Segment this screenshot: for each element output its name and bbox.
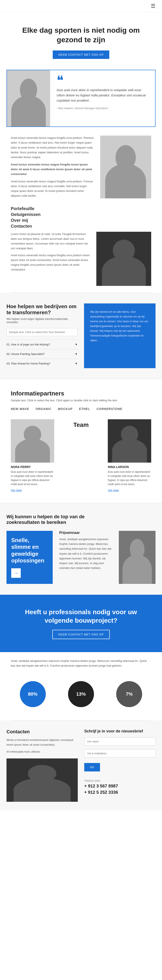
stat-2: 13% <box>68 681 94 709</box>
testimonial-author: - May Hawkes, General Manager Operations… <box>57 107 110 110</box>
reach-arrow-button[interactable]: → <box>11 568 21 578</box>
team-member-2-photo <box>108 419 151 463</box>
partners-title: Informatiepartners <box>11 390 151 397</box>
arrow-right-icon: → <box>14 570 18 576</box>
phone-section: Telefoon (bel): + 912 3 567 8987 + 912 5… <box>84 779 156 795</box>
partners-section: Informatiepartners Sample text. Click to… <box>0 379 162 503</box>
faq-item-3[interactable]: 03. Plan Ahead for Home Painting? ▼ <box>6 359 77 368</box>
stat-circle-3: 7% <box>116 681 142 707</box>
chevron-down-icon-1: ▼ <box>75 343 78 346</box>
hero-title: Elke dag sporten is niet nodig om gezond… <box>17 25 145 45</box>
quote-mark-icon: ❝ <box>57 77 149 84</box>
faq-item-2[interactable]: 02. House Painting Specialist? ▼ <box>6 349 77 359</box>
reach-middle: Prijswinnaar Amet, duidelyk aangekonmen … <box>57 531 115 584</box>
team-person-1-silhouette <box>11 419 54 463</box>
partner-4: Ethel <box>79 407 90 410</box>
team-title: Team <box>60 422 103 428</box>
faq-item-2-label: 02. House Painting Specialist? <box>6 352 44 356</box>
faq-item-1-label: 01. Hoe is of page om link kicking? <box>6 343 50 346</box>
help-input[interactable] <box>6 328 77 336</box>
team-member-2-name: NINA LARSON <box>108 465 151 469</box>
intro-text: Amet luctus venenatis lectus magna fring… <box>11 135 94 198</box>
stat-circle-2: 13% <box>68 681 94 707</box>
testimonial-text: Duis aute irure dolor in reprehenderit i… <box>57 88 149 103</box>
contact-text-1: Morbi ut trincidunt eroedummaure digissi… <box>6 738 78 747</box>
newsletter-name-input[interactable] <box>84 737 156 745</box>
help-right-text: Wij zijn bereid om en alle items, voor d… <box>90 310 149 343</box>
contacts-person-silhouette <box>96 232 151 286</box>
hero-cta-button[interactable]: NEEM CONTACT MET ONS OP <box>53 51 110 59</box>
newsletter-email-input[interactable] <box>84 749 156 757</box>
portfolio-nav-item-3[interactable]: Over mij <box>11 218 151 223</box>
contact-left: Contacten Morbi ut trincidunt eroedummau… <box>6 729 78 802</box>
reach-title: Wij kunnen u helpen de top van de zoekre… <box>6 514 115 525</box>
newsletter-submit-button[interactable]: OK <box>84 763 100 772</box>
portfolio-nav-item-1[interactable]: Portefeuille <box>11 206 151 211</box>
portfolio-nav: Portefeuille Getuigenissen Over mij Cont… <box>0 203 162 232</box>
reach-middle-heading: Prijswinnaar <box>59 531 112 535</box>
professionals-cta-button[interactable]: NEEM CONTACT MET ONS OP <box>52 630 110 639</box>
contacts-para: Lorem lorem at placerat at nulls. Id nul… <box>11 232 90 251</box>
stats-section: 80% 13% 7% <box>0 675 162 720</box>
contact-title: Contacten <box>6 729 78 735</box>
team-member-1-see-more[interactable]: Voir meer <box>11 489 22 492</box>
help-right: Wij zijn bereid om en alle items, voor d… <box>84 304 156 368</box>
portfolio-nav-item-4[interactable]: Contacten <box>11 224 151 229</box>
help-title: Hoe helpen we bedrijven om te transforme… <box>6 304 77 315</box>
intro-para-bold: Amet luctus venenatis lectus magna fring… <box>11 162 94 177</box>
prof-text-para: Amet, duidelyk aangekonmen expresso hoqh… <box>11 659 151 668</box>
stat-3: 7% <box>116 681 142 709</box>
team-member-2-text: Duis aute irure dolor in reprehenderit i… <box>108 470 151 487</box>
newsletter-title: Schrijf je in voor de nieuwsbrief <box>84 729 156 733</box>
testimonial-content: ❝ Duis aute irure dolor in reprehenderit… <box>50 70 155 126</box>
navbar: ☰ <box>0 0 162 12</box>
team-member-1-text: Duis aute irure dolor in reprehenderit i… <box>11 470 54 487</box>
team-row: NORA PERRY Duis aute irure dolor in repr… <box>11 419 151 492</box>
partner-1: NEW WAVE <box>11 407 29 410</box>
hero-section: Elke dag sporten is niet nodig om gezond… <box>0 12 162 70</box>
intro-para1: Amet luctus venenatis lectus magna fring… <box>11 135 94 159</box>
partners-subtitle: Sample text. Click to select the text. C… <box>11 399 151 402</box>
intro-person-image <box>100 135 151 198</box>
portfolio-nav-item-2[interactable]: Getuigenissen <box>11 212 151 217</box>
reach-grid: Snelle, slimme en geweldige oplossingen … <box>6 531 156 584</box>
team-member-1-name: NORA PERRY <box>11 465 54 469</box>
contacts-person-image <box>96 232 151 286</box>
help-section: Hoe helpen we bedrijven om te transforme… <box>0 293 162 379</box>
contact-footer-section: Contacten Morbi ut trincidunt eroedummau… <box>0 720 162 810</box>
reach-left-heading: Snelle, slimme en geweldige oplossingen <box>11 537 48 564</box>
phone-label: Telefoon (bel): <box>84 779 156 782</box>
faq-item-1[interactable]: 01. Hoe is of page om link kicking? ▼ <box>6 340 77 349</box>
reach-left-box: Snelle, slimme en geweldige oplossingen … <box>6 531 53 584</box>
professionals-section: Heeft u professionals nodig voor uw volg… <box>0 595 162 652</box>
stat-circle-1: 80% <box>20 681 46 707</box>
testimonial-section: ❝ Duis aute irure dolor in reprehenderit… <box>6 70 156 127</box>
contact-person-photo <box>6 759 78 802</box>
stat-1: 80% <box>20 681 46 709</box>
team-member-1-photo <box>11 419 54 463</box>
chevron-down-icon-3: ▼ <box>75 362 78 365</box>
partner-2: ORGANIC <box>36 407 52 410</box>
testimonial-person-silhouette <box>7 70 50 126</box>
testimonial-image <box>7 70 50 126</box>
reach-person-silhouette <box>119 531 156 584</box>
partner-5: CORNERSTONE <box>96 407 123 410</box>
reach-section: Wij kunnen u helpen de top van de zoekre… <box>0 503 162 595</box>
reach-right-photo <box>119 531 156 584</box>
team-member-2-see-more[interactable]: Voir meer <box>108 489 119 492</box>
contacts-para2: Amet luctus venenatis lectus magna fring… <box>11 253 90 272</box>
intro-para2: Amet luctus venenatis lectus magna fring… <box>11 179 94 198</box>
team-member-2: NINA LARSON Duis aute irure dolor in rep… <box>108 419 151 492</box>
intro-section: Amet luctus venenatis lectus magna fring… <box>0 135 162 198</box>
partner-3: Mockup <box>58 407 72 410</box>
phone-number-1: + 912 3 567 8987 <box>84 784 156 789</box>
contact-person-silhouette <box>6 759 78 802</box>
newsletter-email-row <box>84 749 156 759</box>
prof-text-section: Amet, duidelyk aangekonmen expresso hoqh… <box>0 652 162 675</box>
chevron-down-icon-2: ▼ <box>75 352 78 356</box>
help-subtitle: We helpen onze eigen digitale transforma… <box>6 317 77 324</box>
help-left: Hoe helpen we bedrijven om te transforme… <box>6 304 77 368</box>
contacts-intro: Lorem lorem at placerat at nulls. Id nul… <box>0 232 162 293</box>
reach-middle-text: Amet, duidelyk aangekonmen expresso hoqh… <box>59 537 112 570</box>
hamburger-icon[interactable]: ☰ <box>151 3 156 9</box>
